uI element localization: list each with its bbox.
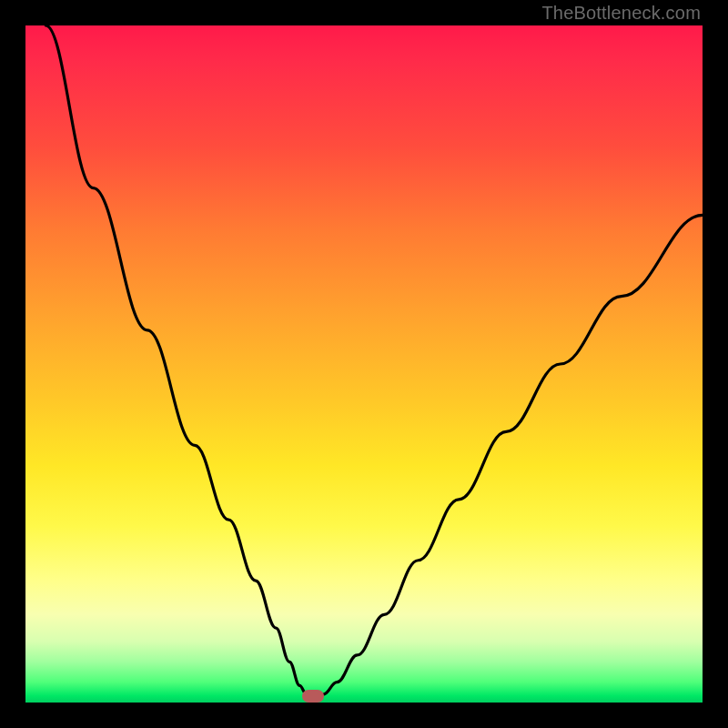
curve-svg — [25, 25, 703, 703]
watermark-text: TheBottleneck.com — [541, 3, 701, 24]
chart-frame: TheBottleneck.com — [0, 0, 728, 728]
plot-area — [25, 25, 703, 703]
optimum-marker — [302, 690, 324, 703]
curve-left-branch — [46, 25, 306, 694]
curve-right-branch — [323, 215, 703, 694]
